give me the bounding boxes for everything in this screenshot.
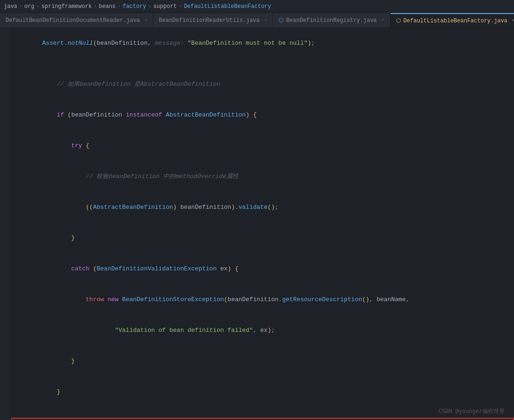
breadcrumb-support[interactable]: support [153,3,177,10]
code-line [13,59,514,69]
code-content: } [13,223,75,254]
tab-label: BeanDefinitionRegistry.java [286,17,377,24]
bp-empty [2,62,7,66]
tab-close[interactable]: × [264,18,267,23]
bp-empty [2,31,7,35]
bp-empty [2,267,7,271]
tab-label: BeanDefinitionReaderUtils.java [159,17,260,24]
bp-empty [2,215,7,220]
breadcrumb-file[interactable]: DefaultListableBeanFactory [184,3,271,10]
bp-empty [2,236,7,241]
tab-close[interactable]: × [382,18,384,23]
code-line: } [13,377,514,407]
code-line: ((AbstractBeanDefinition) beanDefinition… [13,192,514,223]
code-content: throw new BeanDefinitionStoreException(b… [13,284,409,315]
code-line: "Validation of bean definition failed", … [13,315,514,346]
code-line: catch (BeanDefinitionValidationException… [13,254,514,284]
code-line: try { [13,131,514,161]
bp-empty [2,72,7,76]
code-content: try { [13,131,89,161]
editor-container: Assert.notNull(beanDefinition, message: … [0,28,514,420]
bp-empty [2,338,7,343]
code-line: throw new BeanDefinitionStoreException(b… [13,284,514,315]
tab-reader-utils[interactable]: BeanDefinitionReaderUtils.java × [153,13,273,28]
bp-empty [2,185,7,189]
tab-label: DefaultListableBeanFactory.java [404,18,507,24]
bp-empty [2,133,7,138]
tab-icon: ⬡ [396,17,401,24]
bp-empty [2,246,7,251]
bp-empty [2,277,7,282]
code-content: Assert.notNull(beanDefinition, message: … [13,28,315,59]
bp-empty [2,318,7,323]
code-content: "Validation of bean definition failed", … [13,315,275,346]
bp-empty [2,287,7,292]
code-line: } [13,346,514,377]
breadcrumb: java › org › springframework › beans › f… [0,0,514,13]
watermark: CSDN @younger编程世界 [439,407,505,415]
code-line: if (beanDefinition instanceof AbstractBe… [13,100,514,131]
bp-empty [2,205,7,210]
bp-empty [2,113,7,117]
bp-empty [2,226,7,230]
code-content: if (beanDefinition instanceof AbstractBe… [13,100,257,131]
bp-empty [2,308,7,312]
bp-empty [2,154,7,158]
code-line: } [13,223,514,254]
code-line: // 校验beanDefinition 中的methodOverride属性 [13,161,514,192]
breadcrumb-java[interactable]: java [4,3,17,10]
bp-empty [2,82,7,87]
code-content: ((AbstractBeanDefinition) beanDefinition… [13,192,279,223]
bp-empty [2,195,7,200]
tab-close[interactable]: × [512,18,514,23]
bp-empty [2,103,7,107]
code-content: // 如果beanDefinition 是AbstractBeanDefinit… [13,69,220,100]
tab-close[interactable]: × [144,18,147,23]
bp-empty [2,256,7,261]
tab-document-reader[interactable]: DefaultBeanDefinitionDocumentReader.java… [0,13,153,28]
code-content: // 校验beanDefinition 中的methodOverride属性 [13,161,239,192]
code-line: // 如果beanDefinition 是AbstractBeanDefinit… [13,69,514,100]
breakpoint-gutter [0,28,9,420]
breadcrumb-factory[interactable]: factory [123,3,146,10]
bp-empty [2,164,7,169]
bp-empty [2,41,7,46]
code-content: } [13,377,60,407]
bp-empty [2,51,7,56]
tab-icon: ⬡ [279,17,283,24]
bp-empty [2,92,7,97]
bp-empty [2,328,7,333]
bp-empty [2,297,7,302]
tab-registry[interactable]: ⬡ BeanDefinitionRegistry.java × [273,13,390,28]
tab-label: DefaultBeanDefinitionDocumentReader.java [6,17,140,24]
code-content: catch (BeanDefinitionValidationException… [13,254,239,284]
bp-empty [2,123,7,128]
breadcrumb-beans[interactable]: beans [99,3,116,10]
breadcrumb-org[interactable]: org [24,3,34,10]
breadcrumb-springframework[interactable]: springframework [41,3,92,10]
highlight-block: // 判断beanDefinitionMap中是否存在名称为beanName的B… [11,418,514,420]
tab-default-listable[interactable]: ⬡ DefaultListableBeanFactory.java × [391,13,514,28]
code-content: } [13,346,75,377]
tabs-bar: DefaultBeanDefinitionDocumentReader.java… [0,13,514,28]
bp-empty [2,144,7,148]
code-area[interactable]: Assert.notNull(beanDefinition, message: … [9,28,514,420]
code-line: Assert.notNull(beanDefinition, message: … [13,28,514,59]
bp-empty [2,174,7,179]
